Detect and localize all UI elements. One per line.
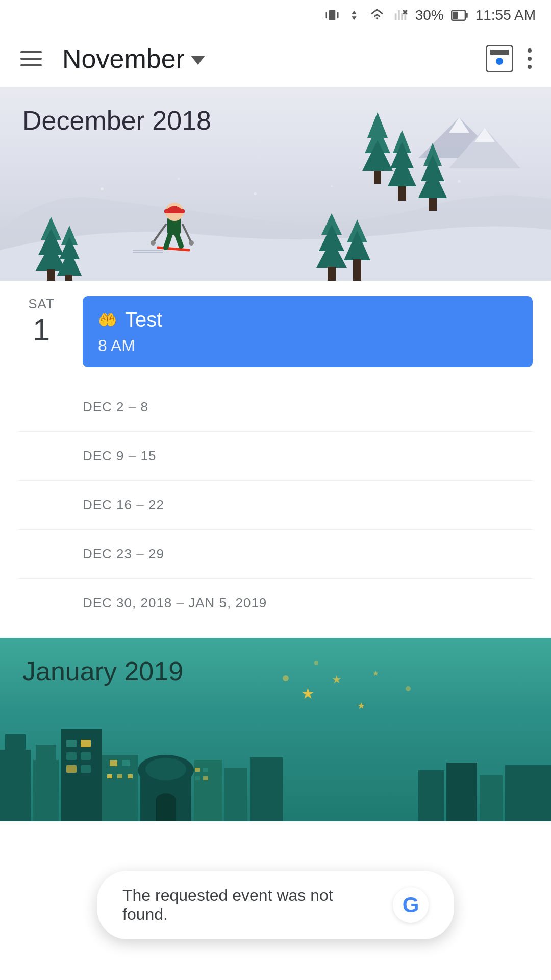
day-row-1: SAT 1 🤲 Test 8 AM (0, 281, 551, 383)
svg-rect-65 (102, 755, 138, 821)
week-range-label: DEC 30, 2018 – JAN 5, 2019 (83, 595, 267, 610)
svg-point-86 (406, 686, 411, 691)
hamburger-line-1 (20, 51, 42, 53)
january-banner-title: January 2019 (0, 638, 551, 687)
event-title-row: 🤲 Test (98, 308, 517, 331)
svg-rect-62 (81, 752, 91, 760)
svg-rect-13 (374, 171, 381, 184)
svg-rect-74 (224, 768, 247, 821)
svg-rect-79 (505, 765, 551, 821)
menu-button[interactable] (15, 46, 47, 71)
event-title: Test (125, 308, 162, 331)
week-range-3[interactable]: DEC 16 – 22 (18, 481, 533, 530)
svg-rect-54 (0, 750, 31, 821)
svg-rect-61 (66, 752, 77, 760)
snackbar: The requested event was not found. G (97, 871, 454, 939)
svg-rect-92 (117, 774, 122, 778)
week-range-label: DEC 23 – 29 (83, 546, 164, 561)
hamburger-line-3 (20, 64, 42, 66)
svg-point-72 (156, 793, 176, 808)
svg-rect-5 (453, 12, 458, 19)
day-label: SAT 1 (18, 296, 64, 346)
svg-rect-91 (107, 774, 112, 778)
week-range-label: DEC 16 – 22 (83, 497, 164, 512)
snackbar-message: The requested event was not found. (122, 886, 378, 924)
svg-rect-67 (122, 760, 130, 766)
google-g-letter: G (403, 893, 419, 917)
event-icon: 🤲 (98, 311, 117, 329)
event-card-test[interactable]: 🤲 Test 8 AM (83, 296, 533, 368)
svg-rect-90 (203, 776, 208, 780)
calendar-dot (496, 58, 503, 65)
more-dot-3 (528, 65, 532, 69)
signal-icon (393, 8, 408, 23)
schedule-area: SAT 1 🤲 Test 8 AM DEC 2 – 8 DEC 9 – 15 D… (0, 281, 551, 638)
svg-point-51 (254, 192, 257, 195)
status-icons: 30% 11:55 AM (324, 7, 536, 23)
week-ranges: DEC 2 – 8 DEC 9 – 15 DEC 16 – 22 DEC 23 … (0, 383, 551, 627)
status-bar: 30% 11:55 AM (0, 0, 551, 31)
svg-marker-20 (418, 167, 447, 198)
svg-text:★: ★ (301, 685, 315, 702)
svg-point-46 (189, 240, 194, 246)
month-title-button[interactable]: November (62, 43, 470, 74)
svg-rect-57 (36, 745, 56, 760)
svg-rect-55 (5, 734, 26, 750)
svg-rect-59 (66, 740, 77, 747)
svg-rect-60 (81, 740, 91, 747)
svg-rect-36 (353, 259, 361, 281)
svg-rect-29 (65, 275, 72, 281)
svg-rect-89 (195, 776, 200, 780)
month-title-text: November (62, 43, 185, 74)
svg-marker-12 (362, 140, 393, 171)
sort-icon (347, 8, 361, 22)
svg-rect-0 (329, 10, 335, 20)
svg-rect-4 (465, 13, 468, 18)
time-display: 11:55 AM (475, 7, 536, 23)
svg-rect-75 (250, 757, 283, 821)
wifi-icon (368, 8, 386, 22)
svg-rect-88 (203, 768, 208, 772)
week-range-label: DEC 2 – 8 (83, 399, 148, 414)
week-range-1[interactable]: DEC 2 – 8 (18, 383, 533, 432)
day-name: SAT (28, 296, 55, 312)
svg-rect-93 (128, 774, 133, 778)
svg-point-52 (331, 185, 333, 187)
svg-rect-76 (418, 770, 444, 821)
svg-rect-21 (429, 198, 437, 211)
hamburger-line-2 (20, 58, 42, 60)
google-logo[interactable]: G (393, 887, 429, 923)
battery-icon (451, 8, 468, 22)
week-range-2[interactable]: DEC 9 – 15 (18, 432, 533, 481)
svg-rect-33 (328, 267, 336, 281)
today-button[interactable] (486, 45, 513, 72)
more-dot-2 (528, 57, 532, 61)
svg-rect-42 (164, 209, 185, 213)
week-range-label: DEC 9 – 15 (83, 448, 156, 463)
svg-rect-64 (81, 765, 91, 773)
svg-point-53 (458, 180, 461, 183)
battery-percent: 30% (415, 7, 444, 23)
svg-point-70 (145, 758, 186, 780)
december-banner: December 2018 (0, 87, 551, 281)
more-dot-1 (528, 48, 532, 53)
svg-point-45 (151, 240, 156, 246)
svg-rect-17 (398, 186, 406, 201)
svg-rect-77 (446, 763, 477, 821)
week-range-5[interactable]: DEC 30, 2018 – JAN 5, 2019 (18, 579, 533, 627)
month-dropdown-arrow (191, 56, 205, 65)
svg-point-50 (178, 178, 180, 180)
svg-point-49 (101, 187, 104, 190)
event-time: 8 AM (98, 336, 517, 355)
app-bar-actions (486, 44, 536, 73)
svg-rect-78 (480, 775, 503, 821)
week-range-4[interactable]: DEC 23 – 29 (18, 530, 533, 579)
svg-rect-87 (195, 768, 200, 772)
more-options-button[interactable] (523, 44, 536, 73)
svg-rect-63 (66, 765, 77, 773)
svg-text:★: ★ (357, 701, 365, 711)
vibrate-icon (324, 8, 340, 23)
app-bar: November (0, 31, 551, 87)
svg-rect-56 (33, 760, 59, 821)
january-banner: January 2019 (0, 638, 551, 821)
